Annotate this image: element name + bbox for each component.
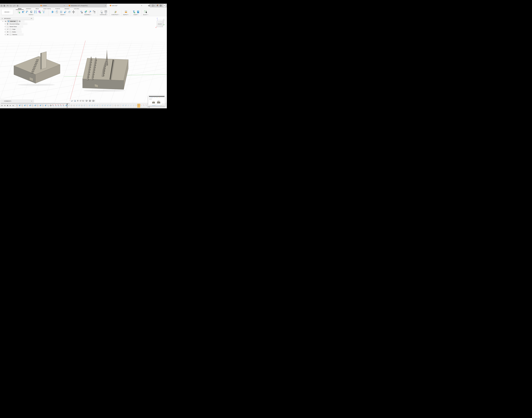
timeline-feature-plane[interactable] (132, 104, 135, 106)
timeline-feature-extrude[interactable] (68, 104, 70, 106)
browser-panel-header[interactable]: BROWSER (0, 17, 34, 20)
timeline-feature-extrude[interactable] (34, 104, 36, 106)
timeline-feature-delete[interactable] (52, 104, 54, 106)
playback-skip-end-button[interactable] (12, 105, 14, 107)
timeline-feature-sketch[interactable] (32, 104, 34, 106)
timeline-feature-sketch[interactable] (99, 104, 101, 106)
timeline-feature-sketch[interactable] (37, 104, 39, 106)
undo-button[interactable]: ▾ (10, 5, 12, 7)
look-at-tool[interactable] (74, 100, 76, 102)
timeline-feature-extrude[interactable] (96, 104, 98, 106)
timeline-feature-move[interactable] (73, 104, 75, 106)
new-component-button[interactable] (84, 11, 87, 13)
ribbon-tab-utilities[interactable]: UTILITIES (72, 7, 81, 10)
minimize-icon[interactable] (31, 18, 32, 19)
joint-button[interactable] (89, 11, 91, 13)
timeline-feature-extrude[interactable] (83, 104, 85, 106)
visibility-eye-icon[interactable] (5, 20, 7, 23)
timeline-feature-sketch[interactable] (21, 104, 23, 106)
model-body-right[interactable] (82, 50, 128, 92)
timeline-feature-sketch[interactable] (135, 104, 137, 106)
comments-bar[interactable]: COMMENTS + (0, 100, 34, 103)
revolve-button[interactable] (26, 11, 29, 13)
group-label-modify[interactable]: MODIFY▾ (48, 14, 78, 15)
timeline-feature-copy[interactable] (47, 104, 49, 106)
timeline-feature-extrude[interactable] (107, 104, 109, 106)
add-comment-button[interactable]: + (31, 100, 32, 102)
viewports-tool[interactable]: ▾ (92, 100, 95, 102)
timeline-feature-sketch[interactable] (86, 104, 88, 106)
group-label-configure[interactable]: CONFIGURE▾ (98, 14, 109, 15)
create-sketch-button[interactable] (17, 11, 20, 13)
timeline-feature-delete[interactable] (55, 104, 57, 106)
timeline-feature-move[interactable] (117, 104, 119, 106)
timeline-feature-plane[interactable] (130, 104, 132, 106)
group-label-create[interactable]: CREATE▾ (14, 14, 48, 15)
timeline-feature-sketch[interactable] (112, 104, 114, 106)
version-history-icon[interactable]: 1 (152, 5, 155, 7)
playback-step-forward-button[interactable] (10, 105, 11, 107)
construct-plane-button[interactable] (114, 11, 117, 13)
configuration-table-button[interactable] (104, 11, 107, 13)
timeline-feature-extrude[interactable] (19, 104, 21, 106)
timeline-feature-extrude[interactable] (122, 104, 124, 106)
timeline-ruler[interactable] (16, 108, 147, 108)
view-cube[interactable]: RIGHT Z Y X (154, 18, 167, 29)
visibility-eye-icon[interactable] (7, 33, 9, 36)
timeline-feature-delete[interactable] (145, 104, 148, 106)
timeline-feature-extrude[interactable] (88, 104, 91, 106)
app-launcher-button[interactable] (1, 5, 2, 7)
timeline-feature-extrude[interactable] (76, 104, 78, 106)
expander-icon[interactable] (4, 23, 6, 25)
view-cube-face-label[interactable]: RIGHT (157, 21, 163, 27)
timeline-feature-extrude[interactable] (24, 104, 26, 106)
timeline-feature-extrude[interactable] (78, 104, 80, 106)
model-body-left[interactable] (14, 52, 60, 86)
extrude-button[interactable] (22, 11, 24, 13)
combine-button[interactable] (64, 11, 67, 13)
timeline-feature-delete[interactable] (58, 104, 59, 106)
create-form-button[interactable] (38, 11, 41, 13)
timeline-feature-extrude[interactable] (101, 104, 104, 106)
zoom-tool[interactable] (80, 100, 81, 102)
home-button[interactable] (17, 5, 19, 7)
insert-link-button[interactable] (80, 11, 83, 13)
expander-icon[interactable] (4, 31, 6, 33)
timeline-feature-extrude[interactable] (45, 104, 46, 106)
ribbon-tab-manage[interactable]: MANAGE (62, 7, 72, 10)
timeline-feature-extrude[interactable] (94, 104, 96, 106)
document-tab-2[interactable]: Aishaolokun–ET1–Project2*(1)× (66, 4, 107, 7)
notifications-icon[interactable] (156, 4, 158, 7)
expander-icon[interactable] (4, 28, 6, 30)
display-settings-tool[interactable]: ▾ (86, 100, 88, 102)
expander-icon[interactable] (2, 20, 4, 23)
timeline-feature-move[interactable] (70, 104, 72, 106)
timeline-feature-delete[interactable] (63, 104, 65, 106)
playback-step-back-button[interactable] (4, 105, 6, 107)
ribbon-tab-solid[interactable]: SOLID (16, 7, 24, 10)
group-label-assemble[interactable]: ASSEMBLE▾ (78, 14, 98, 15)
pan-tool[interactable] (77, 100, 79, 102)
timeline-scrollbar[interactable] (1, 103, 69, 104)
orbit-tool[interactable]: ▾ (71, 100, 73, 102)
timeline-feature-extrude[interactable] (29, 104, 31, 106)
bom-button[interactable] (93, 11, 95, 13)
insert-fastener-button[interactable] (133, 11, 135, 13)
expander-icon[interactable] (4, 33, 6, 36)
timeline-feature-delete[interactable] (60, 104, 62, 106)
press-pull-button[interactable] (51, 11, 54, 13)
visibility-eye-icon[interactable] (7, 28, 9, 30)
timeline-feature-delete[interactable] (140, 104, 142, 106)
collapse-panel-icon[interactable] (2, 18, 3, 19)
timeline-feature-plane[interactable] (127, 104, 129, 106)
shell-button[interactable] (60, 11, 62, 13)
redo-button[interactable]: ▾ (13, 5, 16, 7)
group-label-select[interactable]: SELECT▾ (141, 14, 150, 15)
timeline-feature-extrude[interactable] (39, 104, 42, 106)
canvas-button[interactable] (137, 11, 139, 13)
visibility-eye-icon[interactable] (7, 31, 9, 33)
timeline-feature-move[interactable] (114, 104, 116, 106)
group-label-insert[interactable]: INSERT▾ (131, 14, 141, 15)
screen-preview-window[interactable] (148, 95, 165, 106)
move-copy-button[interactable] (72, 11, 75, 13)
